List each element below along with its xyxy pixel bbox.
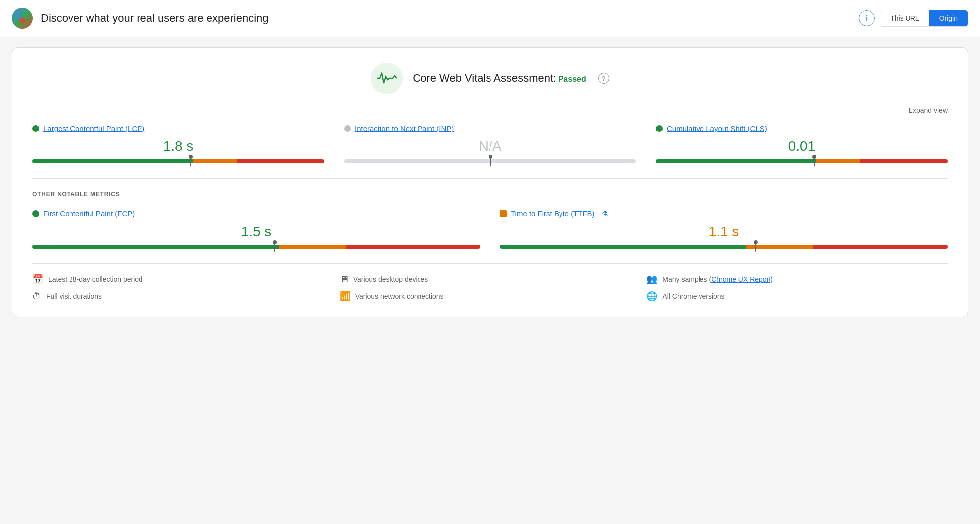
calendar-icon: 📅: [32, 274, 43, 285]
fcp-link[interactable]: First Contentful Paint (FCP): [43, 209, 135, 218]
lcp-gauge: [32, 159, 324, 163]
fcp-gauge-orange: [279, 245, 346, 249]
ttfb-gauge-orange: [746, 245, 813, 249]
footer-collection-text: Latest 28-day collection period: [48, 275, 142, 283]
section-divider: [32, 178, 948, 179]
cls-gauge: [656, 159, 948, 163]
page-header: Discover what your real users are experi…: [0, 0, 980, 37]
fcp-gauge-red: [346, 245, 480, 249]
cls-link[interactable]: Cumulative Layout Shift (CLS): [667, 124, 767, 132]
lcp-gauge-red: [237, 159, 324, 163]
crux-report-link[interactable]: Chrome UX Report: [711, 275, 770, 283]
assessment-title-group: Core Web Vitals Assessment: Passed: [413, 72, 586, 85]
footer-item-collection: 📅 Latest 28-day collection period: [32, 274, 334, 285]
url-origin-toggle: This URL Origin: [880, 10, 968, 27]
ttfb-gauge-green: [500, 245, 746, 249]
footer-duration-text: Full visit durations: [46, 292, 102, 300]
cls-status-dot: [656, 125, 663, 132]
footer-samples-text: Many samples (Chrome UX Report): [662, 275, 773, 283]
expand-view-link[interactable]: Expand view: [32, 106, 948, 114]
other-metrics-label: OTHER NOTABLE METRICS: [32, 191, 948, 197]
cls-value: 0.01: [656, 138, 948, 154]
ttfb-metric: Time to First Byte (TTFB) ⚗ 1.1 s: [500, 209, 948, 249]
lcp-link[interactable]: Largest Contentful Paint (LCP): [43, 124, 144, 132]
lcp-gauge-green: [32, 159, 193, 163]
timer-icon: ⏱: [32, 291, 41, 302]
cls-label-row: Cumulative Layout Shift (CLS): [656, 124, 948, 132]
inp-value: N/A: [344, 138, 636, 154]
lcp-value: 1.8 s: [32, 138, 324, 154]
footer-item-devices: 🖥 Various desktop devices: [340, 274, 641, 285]
inp-gauge-marker: [490, 156, 491, 166]
fcp-gauge-green: [32, 245, 279, 249]
assessment-status: Passed: [559, 75, 586, 83]
lcp-status-dot: [32, 125, 39, 132]
footer-network-text: Various network connections: [355, 292, 444, 300]
assessment-title: Core Web Vitals Assessment:: [413, 72, 556, 84]
ttfb-flask-icon[interactable]: ⚗: [602, 210, 608, 218]
cls-gauge-marker: [814, 156, 815, 166]
app-logo: [12, 8, 33, 29]
chrome-icon: 🌐: [646, 291, 657, 302]
ttfb-gauge-marker: [755, 242, 756, 252]
origin-button[interactable]: Origin: [929, 10, 968, 26]
inp-link[interactable]: Interaction to Next Paint (INP): [355, 124, 454, 132]
footer-chrome-text: All Chrome versions: [662, 292, 724, 300]
svg-point-2: [19, 17, 25, 23]
ttfb-gauge-red: [813, 245, 948, 249]
inp-gauge: [344, 159, 636, 163]
users-icon: 👥: [646, 274, 657, 285]
fcp-label-row: First Contentful Paint (FCP): [32, 209, 480, 218]
fcp-gauge-marker: [274, 242, 275, 252]
cls-gauge-orange: [816, 159, 860, 163]
desktop-icon: 🖥: [340, 274, 349, 285]
inp-label-row: Interaction to Next Paint (INP): [344, 124, 636, 132]
this-url-button[interactable]: This URL: [880, 10, 929, 26]
assessment-header: Core Web Vitals Assessment: Passed ?: [32, 63, 948, 94]
inp-metric: Interaction to Next Paint (INP) N/A: [344, 124, 636, 163]
lcp-metric: Largest Contentful Paint (LCP) 1.8 s: [32, 124, 324, 163]
fcp-metric: First Contentful Paint (FCP) 1.5 s: [32, 209, 480, 249]
footer-item-duration: ⏱ Full visit durations: [32, 291, 334, 302]
ttfb-status-dot: [500, 210, 507, 217]
vitals-icon: [371, 63, 403, 94]
lcp-gauge-marker: [190, 156, 191, 166]
main-card: Core Web Vitals Assessment: Passed ? Exp…: [12, 47, 968, 317]
footer-item-network: 📶 Various network connections: [340, 291, 641, 302]
fcp-gauge: [32, 245, 480, 249]
footer-item-chrome: 🌐 All Chrome versions: [646, 291, 948, 302]
other-metrics-grid: First Contentful Paint (FCP) 1.5 s Time …: [32, 209, 948, 249]
fcp-value: 1.5 s: [32, 224, 480, 240]
core-metrics-grid: Largest Contentful Paint (LCP) 1.8 s Int…: [32, 124, 948, 163]
page-title: Discover what your real users are experi…: [41, 12, 269, 25]
footer-info: 📅 Latest 28-day collection period 🖥 Vari…: [32, 263, 948, 302]
ttfb-gauge: [500, 245, 948, 249]
cls-gauge-red: [860, 159, 948, 163]
lcp-gauge-orange: [193, 159, 236, 163]
ttfb-value: 1.1 s: [500, 224, 948, 240]
cls-gauge-green: [656, 159, 816, 163]
fcp-status-dot: [32, 210, 39, 217]
info-button[interactable]: i: [859, 10, 875, 26]
ttfb-label-row: Time to First Byte (TTFB) ⚗: [500, 209, 948, 218]
network-icon: 📶: [340, 291, 350, 302]
cls-metric: Cumulative Layout Shift (CLS) 0.01: [656, 124, 948, 163]
header-left: Discover what your real users are experi…: [12, 8, 269, 29]
footer-devices-text: Various desktop devices: [353, 275, 428, 283]
lcp-label-row: Largest Contentful Paint (LCP): [32, 124, 324, 132]
footer-item-samples: 👥 Many samples (Chrome UX Report): [646, 274, 948, 285]
ttfb-link[interactable]: Time to First Byte (TTFB): [511, 209, 595, 218]
inp-status-dot: [344, 125, 351, 132]
header-right: i This URL Origin: [859, 10, 968, 27]
assessment-help-icon[interactable]: ?: [598, 73, 609, 84]
